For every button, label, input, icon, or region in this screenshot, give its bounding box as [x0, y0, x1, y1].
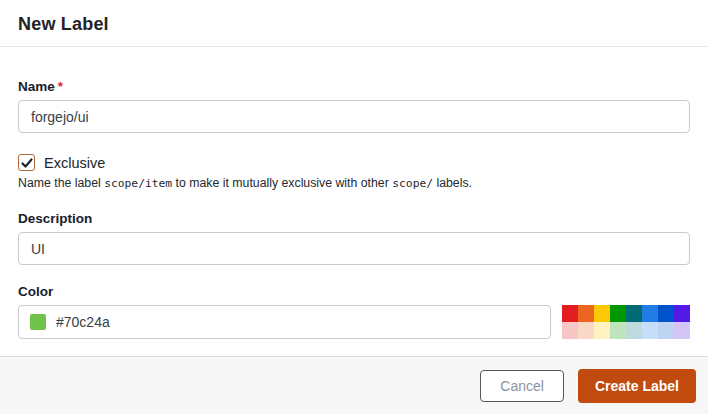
color-swatch — [30, 314, 46, 330]
description-field-group: Description — [18, 211, 690, 265]
color-input[interactable] — [54, 306, 539, 338]
description-label: Description — [18, 211, 690, 226]
color-palette — [562, 305, 690, 339]
required-asterisk: * — [58, 79, 63, 94]
scope-code: scope/ — [392, 177, 433, 190]
dialog-actions: Cancel Create Label — [0, 356, 708, 414]
palette-swatch[interactable] — [658, 305, 674, 322]
palette-swatch[interactable] — [642, 305, 658, 322]
palette-swatch[interactable] — [674, 322, 690, 339]
dialog-title: New Label — [18, 14, 690, 35]
new-label-form: Name* Exclusive Name the label scope/ite… — [0, 47, 708, 356]
palette-swatch[interactable] — [642, 322, 658, 339]
color-field-group: Color — [18, 284, 690, 339]
exclusive-checkbox[interactable] — [18, 154, 35, 171]
exclusive-label[interactable]: Exclusive — [44, 155, 105, 171]
name-label: Name* — [18, 79, 690, 94]
palette-swatch[interactable] — [610, 305, 626, 322]
name-input[interactable] — [18, 100, 690, 133]
palette-swatch[interactable] — [626, 322, 642, 339]
palette-swatch[interactable] — [626, 305, 642, 322]
description-input[interactable] — [18, 232, 690, 265]
palette-swatch[interactable] — [674, 305, 690, 322]
name-field-group: Name* — [18, 79, 690, 133]
exclusive-help-text: Name the label scope/item to make it mut… — [18, 176, 690, 190]
checkmark-icon — [21, 157, 33, 169]
palette-swatch[interactable] — [578, 322, 594, 339]
color-row — [18, 305, 690, 339]
create-label-button[interactable]: Create Label — [578, 369, 696, 403]
palette-swatch[interactable] — [562, 322, 578, 339]
palette-swatch[interactable] — [562, 305, 578, 322]
new-label-dialog: New Label Name* Exclusive Name the label… — [0, 0, 708, 414]
scope-item-code: scope/item — [104, 177, 172, 190]
palette-swatch[interactable] — [578, 305, 594, 322]
palette-swatch[interactable] — [594, 322, 610, 339]
palette-swatch[interactable] — [658, 322, 674, 339]
color-label: Color — [18, 284, 690, 299]
color-input-wrap — [18, 305, 551, 339]
palette-swatch[interactable] — [594, 305, 610, 322]
palette-swatch[interactable] — [610, 322, 626, 339]
exclusive-checkbox-row: Exclusive — [18, 154, 690, 171]
cancel-button[interactable]: Cancel — [480, 370, 564, 402]
dialog-header: New Label — [0, 0, 708, 47]
